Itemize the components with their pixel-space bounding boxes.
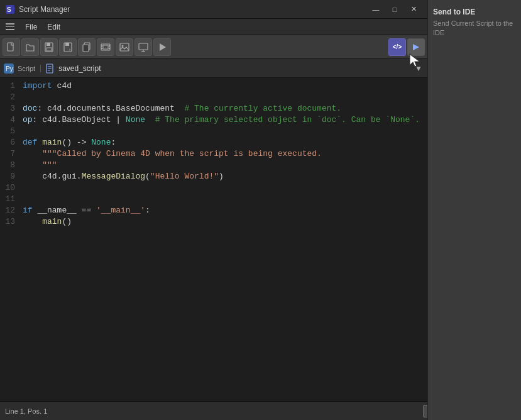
app-icon: S (5, 4, 15, 14)
side-panel: Send to IDE Send Current Script to the I… (427, 0, 521, 420)
svg-rect-14 (109, 45, 110, 47)
svg-rect-4 (47, 43, 50, 46)
minimize-button[interactable]: — (367, 3, 385, 16)
code-line-3: 3 doc: c4d.documents.BaseDocument # The … (0, 103, 427, 114)
svg-marker-22 (160, 43, 166, 51)
image-button[interactable] (116, 38, 133, 56)
svg-marker-30 (410, 54, 420, 67)
status-position: Line 1, Pos. 1 (5, 407, 423, 415)
copy-button[interactable] (78, 38, 96, 56)
window-controls: — □ ✕ (367, 3, 422, 16)
code-line-9: 9 c4d.gui.MessageDialog("Hello World!") (0, 171, 427, 182)
send-to-ide-title: Send to IDE (433, 8, 516, 16)
menu-file[interactable]: File (20, 21, 42, 33)
svg-rect-7 (65, 43, 69, 46)
svg-rect-19 (139, 43, 148, 50)
cursor (409, 53, 421, 70)
svg-rect-17 (120, 43, 129, 51)
code-line-8: 8 """ (0, 160, 427, 171)
svg-rect-15 (109, 48, 110, 49)
code-line-2: 2 (0, 92, 427, 103)
code-line-11: 11 (0, 194, 427, 205)
svg-point-18 (122, 45, 124, 47)
svg-rect-5 (47, 48, 52, 51)
code-editor[interactable]: 1 import c4d 2 3 doc: c4d.documents.Base… (0, 78, 427, 401)
script-file-icon (46, 64, 56, 74)
svg-text:Py: Py (6, 65, 13, 72)
code-line-13: 13 main() (0, 216, 427, 228)
maximize-button[interactable]: □ (386, 3, 403, 16)
svg-marker-23 (413, 44, 419, 50)
monitor-button[interactable] (134, 38, 152, 56)
filmstrip-button[interactable] (97, 38, 114, 56)
close-button[interactable]: ✕ (405, 3, 422, 16)
svg-rect-10 (83, 45, 89, 52)
menu-edit[interactable]: Edit (42, 21, 65, 33)
code-content: 1 import c4d 2 3 doc: c4d.documents.Base… (0, 78, 427, 230)
svg-text:+: + (69, 48, 71, 52)
svg-rect-13 (101, 48, 102, 49)
open-button[interactable] (21, 38, 39, 56)
window-title: Script Manager (19, 5, 367, 14)
code-line-1: 1 import c4d (0, 80, 427, 92)
code-line-4: 4 op: c4d.BaseObject | None # The primar… (0, 114, 427, 126)
tab-script-name[interactable]: saved_script (58, 64, 101, 73)
svg-text:S: S (7, 6, 11, 13)
menu-bar: File Edit (0, 19, 427, 35)
run-script-button[interactable]: </> (388, 38, 406, 56)
tab-bar: Py Script saved_script ▼ (0, 59, 427, 78)
code-line-7: 7 """Called by Cinema 4D when the script… (0, 148, 427, 160)
python-icon: Py (3, 62, 15, 75)
title-bar: S Script Manager — □ ✕ (0, 0, 427, 19)
new-file-button[interactable] (3, 38, 20, 56)
svg-rect-2 (8, 43, 13, 51)
svg-rect-12 (101, 45, 102, 47)
tab-type-label: Script (18, 65, 41, 72)
code-line-5: 5 (0, 126, 427, 137)
code-line-6: 6 def main() -> None: (0, 137, 427, 148)
save-button[interactable] (40, 38, 58, 56)
hamburger-menu[interactable] (3, 19, 18, 35)
code-line-12: 12 if __name__ == '__main__': (0, 205, 427, 216)
play-button[interactable] (153, 38, 171, 56)
svg-rect-16 (103, 45, 108, 49)
code-line-10: 10 (0, 182, 427, 194)
send-to-ide-desc: Send Current Script to the IDE (433, 19, 516, 38)
toolbar: + </> (0, 35, 427, 59)
save-special-button[interactable]: + (59, 38, 77, 56)
